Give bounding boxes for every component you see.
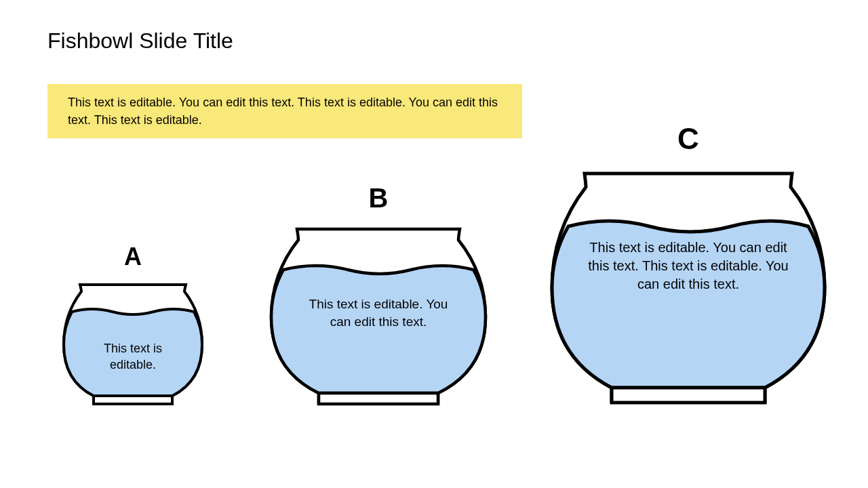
fishbowl-c-text: This text is editable. You can edit this…: [587, 239, 790, 293]
fishbowl-c-label: C: [677, 122, 699, 156]
fishbowl-c: C This text is editable. You can edit th…: [542, 165, 834, 408]
fishbowl-a: A This text is editable.: [58, 279, 208, 408]
svg-rect-0: [94, 396, 172, 404]
svg-rect-2: [612, 388, 765, 403]
fishbowl-b-text: This text is editable. You can edit this…: [297, 296, 460, 330]
fishbowl-a-text: This text is editable.: [82, 340, 184, 373]
svg-rect-1: [319, 393, 438, 404]
subtitle-callout: This text is editable. You can edit this…: [47, 84, 522, 138]
fishbowl-b-label: B: [369, 183, 389, 214]
slide-title: Fishbowl Slide Title: [47, 28, 233, 54]
fishbowl-b: B This text is editable. You can edit th…: [263, 222, 494, 408]
subtitle-text: This text is editable. You can edit this…: [68, 96, 498, 127]
fishbowl-a-label: A: [124, 243, 142, 271]
